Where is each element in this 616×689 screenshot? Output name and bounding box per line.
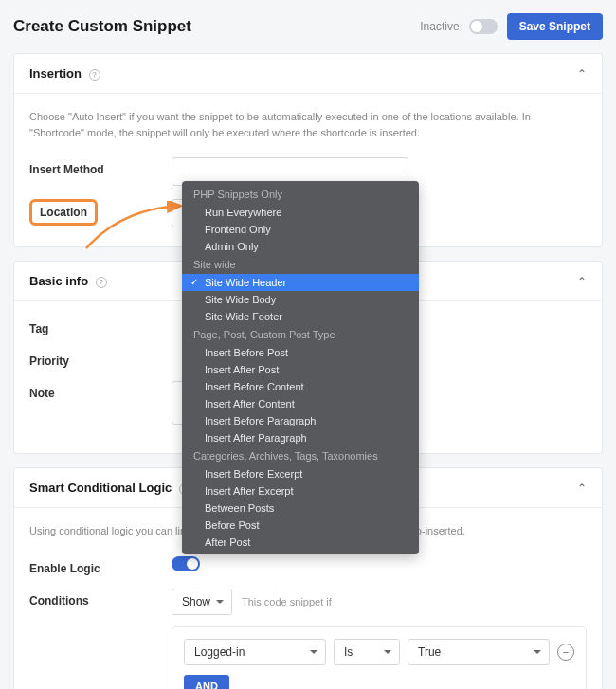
insertion-card: Insertion ? ⌃ Choose "Auto Insert" if yo…	[13, 53, 603, 247]
priority-label: Priority	[29, 349, 172, 368]
tag-label: Tag	[29, 317, 172, 335]
help-icon[interactable]: ?	[89, 69, 100, 81]
dropdown-item[interactable]: Insert Before Content	[182, 378, 419, 395]
condition-value-select[interactable]: True	[408, 639, 550, 665]
note-label: Note	[29, 381, 172, 400]
dropdown-item[interactable]: Run Everywhere	[182, 204, 419, 221]
dropdown-item[interactable]: Site Wide Header	[182, 274, 419, 291]
location-label-highlight: Location	[29, 199, 98, 226]
location-dropdown: PHP Snippets OnlyRun EverywhereFrontend …	[182, 181, 419, 554]
condition-subject-select[interactable]: Logged-in	[184, 639, 326, 665]
page-title: Create Custom Snippet	[13, 17, 191, 36]
basic-info-title: Basic info	[29, 274, 88, 288]
insert-method-label: Insert Method	[29, 157, 172, 176]
dropdown-group-label: Site wide	[182, 255, 419, 274]
collapse-icon[interactable]: ⌃	[577, 481, 587, 495]
show-hide-select[interactable]: Show	[172, 589, 232, 615]
dropdown-item[interactable]: After Post	[182, 534, 419, 551]
remove-condition-icon[interactable]: −	[557, 644, 574, 661]
collapse-icon[interactable]: ⌃	[577, 67, 587, 81]
dropdown-item[interactable]: Between Posts	[182, 499, 419, 517]
logic-title: Smart Conditional Logic	[29, 480, 172, 495]
save-snippet-button[interactable]: Save Snippet	[507, 13, 603, 40]
condition-helper-text: This code snippet if	[242, 596, 332, 607]
dropdown-item[interactable]: Insert After Excerpt	[182, 482, 419, 499]
insertion-desc: Choose "Auto Insert" if you want the sni…	[29, 109, 587, 140]
dropdown-group-label: Page, Post, Custom Post Type	[182, 325, 419, 344]
dropdown-item[interactable]: Insert After Paragraph	[182, 429, 419, 446]
status-label: Inactive	[420, 20, 459, 33]
insertion-title: Insertion	[29, 66, 82, 81]
dropdown-item[interactable]: Insert After Content	[182, 395, 419, 412]
enable-logic-label: Enable Logic	[29, 556, 172, 575]
dropdown-item[interactable]: Frontend Only	[182, 221, 419, 238]
dropdown-item[interactable]: Admin Only	[182, 238, 419, 255]
active-toggle[interactable]	[469, 19, 498, 34]
dropdown-item[interactable]: Before Post	[182, 517, 419, 534]
collapse-icon[interactable]: ⌃	[577, 275, 587, 288]
and-button[interactable]: AND	[184, 675, 229, 690]
dropdown-item[interactable]: Insert Before Excerpt	[182, 465, 419, 482]
dropdown-item[interactable]: Insert Before Post	[182, 344, 419, 361]
conditions-label: Conditions	[29, 589, 172, 607]
dropdown-item[interactable]: Insert After Post	[182, 361, 419, 378]
dropdown-item[interactable]: Insert Before Paragraph	[182, 412, 419, 429]
enable-logic-toggle[interactable]	[172, 556, 200, 571]
dropdown-group-label: PHP Snippets Only	[182, 185, 419, 204]
condition-operator-select[interactable]: Is	[334, 639, 400, 665]
dropdown-item[interactable]: Site Wide Footer	[182, 308, 419, 325]
dropdown-item[interactable]: Site Wide Body	[182, 291, 419, 308]
condition-group: Logged-in Is True − AND	[172, 626, 587, 690]
help-icon[interactable]: ?	[96, 277, 107, 288]
dropdown-group-label: Categories, Archives, Tags, Taxonomies	[182, 446, 419, 465]
